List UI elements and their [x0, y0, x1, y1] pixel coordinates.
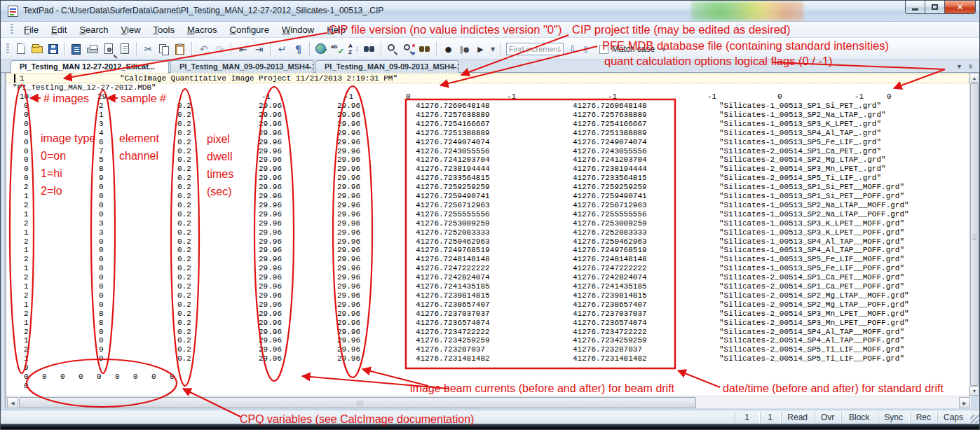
redo-icon[interactable]: ↷ [212, 42, 227, 57]
data-row: 200.229.9629.9641276.724814814841276.724… [6, 255, 970, 264]
mdb-file-value: "PI_Testing_MAN_12-27-2012.MDB" [13, 83, 156, 92]
document-properties-icon[interactable] [118, 42, 132, 57]
data-row: 030.229.9629.9641276.725416666741276.725… [6, 120, 970, 129]
menu-configure[interactable]: Configure [224, 23, 275, 36]
minimize-button[interactable] [905, 1, 925, 14]
copy-icon[interactable] [157, 42, 172, 57]
macro-dropdown-icon[interactable]: ▼ [489, 42, 496, 57]
cpq-value: 0 [170, 373, 175, 381]
menu-search[interactable]: Search [73, 23, 114, 36]
pause-macro-icon[interactable]: ‖● [457, 42, 472, 57]
editor-left-margin [1, 73, 6, 408]
record-macro-icon[interactable]: ● [441, 42, 456, 57]
flag-value: -1 [855, 92, 864, 101]
menu-macros[interactable]: Macros [181, 23, 224, 36]
web-globe-icon[interactable]: ✓ [314, 42, 329, 57]
open-file-icon[interactable] [30, 42, 45, 57]
textpad-app-icon [8, 6, 18, 17]
flag-value: 0 [887, 92, 892, 101]
text-caret [14, 74, 15, 83]
menu-view[interactable]: View [115, 23, 147, 36]
scroll-left-icon[interactable]: ◀ [7, 397, 18, 408]
close-button[interactable]: ✕ [944, 1, 976, 14]
data-row: 100.229.9629.9641276.723425925941276.723… [6, 336, 970, 345]
print-icon[interactable] [86, 42, 100, 57]
status-column-number: 1 [760, 412, 781, 423]
status-line-number: 1 [735, 412, 760, 423]
status-record[interactable]: Rec [910, 412, 937, 423]
tab-document-2[interactable]: PI_Testing_MAN_09-09-2013_MSH4-1... [170, 60, 314, 73]
word-wrap-icon[interactable]: ↵ [275, 42, 290, 57]
tab-document-1[interactable]: PI_Testing_MAN 12-27-2012_Silicat... [11, 60, 169, 74]
vertical-scroll-thumb[interactable] [970, 83, 979, 386]
data-row: 050.229.9629.9641276.724120370441276.724… [6, 155, 970, 165]
undo-icon[interactable]: ↶ [196, 42, 211, 57]
menu-window[interactable]: Window [275, 23, 320, 36]
sort-icon[interactable]: AZ↓ [346, 42, 361, 57]
cip-version-value: 1 [20, 74, 25, 83]
horizontal-scrollbar[interactable]: ◀ ▶ [6, 396, 971, 408]
match-case-checkbox[interactable] [599, 45, 608, 54]
horizontal-scroll-thumb[interactable] [19, 397, 696, 408]
status-block-mode[interactable]: Block [841, 412, 878, 423]
unindent-icon[interactable]: ⇤ [236, 42, 250, 57]
toolbar-overflow-icon[interactable]: ▾ [662, 46, 665, 53]
tab-scroll-icon[interactable]: ▾ [958, 62, 961, 70]
cpq-value: 0 [133, 373, 138, 381]
save-icon[interactable] [46, 42, 61, 57]
flag-value: -1 [261, 92, 271, 101]
status-overtype[interactable]: Ovr [815, 412, 841, 423]
data-row: 100.229.9629.9641276.725949074141276.725… [6, 192, 970, 201]
window-bottom-border [1, 424, 979, 430]
vertical-scrollbar[interactable]: ▲ ▼ [969, 73, 979, 396]
toolbar: ✂ ↶ ↷ ⇤ ⇥ ↵ ¶ ✓ ab✓ AZ↓ ● ‖● ▶ ▼ [1, 38, 979, 60]
tab-document-3[interactable]: PI_Testing_MAN_09-09-2013_MSH4-1... [315, 60, 459, 73]
flag-value: 10 [20, 92, 29, 101]
view-document-icon[interactable] [386, 42, 400, 57]
data-row: 090.229.9629.9641276.723356481541276.723… [6, 174, 970, 183]
menu-edit[interactable]: Edit [45, 23, 73, 36]
document-selector-icon[interactable] [69, 42, 84, 57]
data-row: 280.229.9629.9641276.723703703741276.723… [6, 310, 970, 319]
scroll-right-icon[interactable]: ▶ [959, 397, 970, 408]
paste-icon[interactable] [173, 42, 188, 57]
menu-bar: FileEditSearchViewToolsMacrosConfigureWi… [1, 22, 979, 38]
new-file-icon[interactable] [14, 42, 29, 57]
search-binoculars-icon[interactable] [418, 42, 433, 57]
status-read-only[interactable]: Read [781, 412, 815, 423]
find-in-files-icon[interactable] [362, 42, 377, 57]
scroll-down-icon[interactable]: ▼ [969, 386, 979, 396]
toolbar-grip[interactable] [6, 43, 9, 55]
tab-close-icon[interactable]: x [969, 62, 972, 70]
maximize-button[interactable] [925, 1, 944, 14]
flag-value: -1 [608, 92, 617, 101]
spell-check-icon[interactable]: ab✓ [330, 42, 345, 57]
data-row: 290.229.9629.9641276.72328703741276.7232… [6, 345, 970, 354]
indent-icon[interactable]: ⇥ [252, 42, 266, 57]
menu-help[interactable]: Help [320, 23, 352, 36]
find-previous-icon[interactable]: ⇧ [579, 44, 592, 55]
replace-icon[interactable] [402, 42, 416, 57]
data-row: 200.229.9629.9641276.725046296341276.725… [6, 237, 970, 247]
play-macro-icon[interactable]: ▶ [473, 42, 488, 57]
find-next-icon[interactable]: ⇩ [566, 44, 579, 55]
data-row: 230.229.9629.9641276.725300925941276.725… [6, 219, 970, 228]
status-caps[interactable]: Caps [937, 412, 969, 423]
cpq-value: 0 [79, 373, 83, 381]
scroll-up-icon[interactable]: ▲ [969, 73, 979, 83]
editor-area[interactable]: 1 "CalcImage Quantitative Image Project … [6, 73, 970, 396]
data-row: 010.229.9629.9641276.725763888941276.725… [6, 111, 970, 120]
cpq-value: 0 [24, 373, 29, 381]
menu-tools[interactable]: Tools [147, 23, 181, 36]
menu-grip[interactable] [11, 24, 13, 35]
show-formatting-icon[interactable]: ¶ [291, 42, 306, 57]
status-sync[interactable]: Sync [878, 412, 910, 423]
menu-file[interactable]: File [18, 23, 45, 36]
cut-icon[interactable]: ✂ [141, 42, 156, 57]
title-bar[interactable]: TextPad - C:\UserData\SurferData\Garnet\… [1, 1, 979, 22]
find-incrementally-input[interactable] [506, 43, 564, 55]
cpq-value: 0 [60, 373, 65, 381]
resize-grip[interactable] [970, 415, 979, 423]
data-row: 180.229.9629.9641276.723657407441276.723… [6, 319, 970, 328]
print-preview-icon[interactable] [102, 42, 116, 57]
